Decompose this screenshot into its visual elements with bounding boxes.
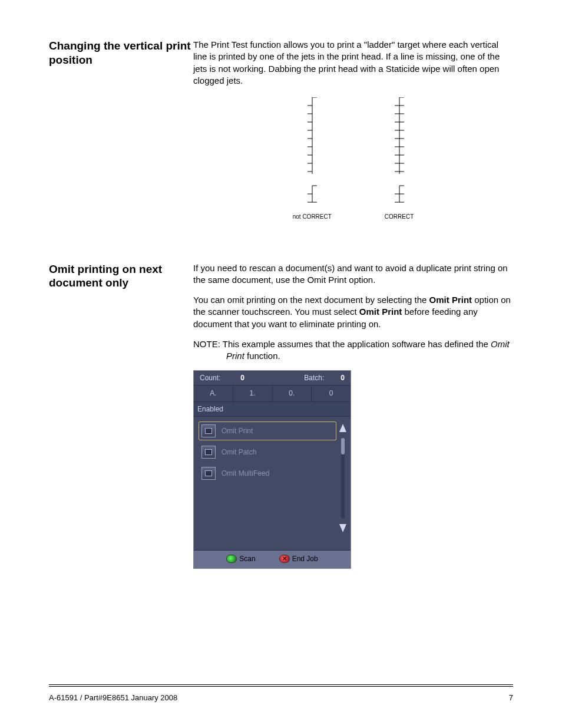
touchscreen-top-bar: Count: 0 Batch: 0 bbox=[194, 371, 351, 385]
scroll-track[interactable] bbox=[341, 438, 345, 518]
end-job-label: End Job bbox=[292, 554, 318, 564]
list-item-omit-patch[interactable]: Omit Patch bbox=[199, 443, 336, 462]
text: NOTE: This example assumes that the appl… bbox=[193, 339, 491, 349]
tab-0[interactable]: 0. bbox=[273, 386, 312, 401]
svg-marker-31 bbox=[339, 524, 346, 532]
scan-label: Scan bbox=[239, 554, 255, 564]
enabled-label: Enabled bbox=[194, 402, 351, 417]
scan-button[interactable]: Scan bbox=[226, 554, 255, 564]
list-item-label: Omit Print bbox=[222, 426, 253, 436]
heading-col: Omit printing on next document only bbox=[49, 262, 193, 569]
ladder-not-correct-svg bbox=[300, 97, 324, 209]
checkbox-icon[interactable] bbox=[201, 446, 216, 459]
touchscreen-list: Omit Print Omit Patch Omit MultiFeed bbox=[194, 417, 351, 550]
ladder-correct-label: CORRECT bbox=[385, 213, 414, 221]
tab-a[interactable]: A. bbox=[194, 386, 233, 401]
count-value: 0 bbox=[240, 373, 244, 383]
list-item-label: Omit MultiFeed bbox=[222, 469, 269, 478]
ladder-correct: CORRECT bbox=[385, 97, 414, 221]
paragraph: If you need to rescan a document(s) and … bbox=[193, 262, 513, 286]
bold-text: Omit Print bbox=[359, 307, 402, 317]
scroll-up-button[interactable] bbox=[338, 421, 348, 434]
section-heading: Changing the vertical print position bbox=[49, 39, 193, 67]
scroll-down-button[interactable] bbox=[338, 522, 348, 535]
paragraph: The Print Test function allows you to pr… bbox=[193, 39, 513, 87]
body-col: If you need to rescan a document(s) and … bbox=[193, 262, 513, 569]
footer-left: A-61591 / Part#9E8651 January 2008 bbox=[49, 693, 177, 702]
page-number: 7 bbox=[509, 693, 513, 702]
footer-rule bbox=[49, 684, 513, 687]
body-col: The Print Test function allows you to pr… bbox=[193, 39, 513, 245]
section-omit-printing: Omit printing on next document only If y… bbox=[49, 262, 513, 569]
scroll-thumb[interactable] bbox=[341, 438, 345, 454]
batch-label: Batch: bbox=[304, 373, 324, 383]
chevron-down-icon bbox=[338, 523, 348, 533]
ladder-correct-svg bbox=[388, 97, 411, 209]
checkbox-icon[interactable] bbox=[201, 467, 216, 480]
end-job-button[interactable]: ✕ End Job bbox=[279, 554, 318, 564]
red-x-icon: ✕ bbox=[279, 555, 290, 563]
svg-marker-30 bbox=[339, 424, 346, 432]
bold-text: Omit Print bbox=[429, 295, 472, 305]
touchscreen-tabs: A. 1. 0. 0 bbox=[194, 385, 351, 401]
section-changing-vertical: Changing the vertical print position The… bbox=[49, 39, 513, 245]
chevron-up-icon bbox=[338, 423, 348, 433]
list-item-omit-print[interactable]: Omit Print bbox=[199, 421, 336, 440]
green-dot-icon bbox=[226, 555, 237, 563]
batch-value: 0 bbox=[340, 373, 345, 383]
ladder-diagram: not CORRECT bbox=[193, 97, 513, 221]
heading-col: Changing the vertical print position bbox=[49, 39, 193, 245]
ladder-not-correct: not CORRECT bbox=[293, 97, 332, 221]
touchscreen-bottom-bar: Scan ✕ End Job bbox=[194, 550, 351, 568]
ladder-not-correct-label: not CORRECT bbox=[293, 213, 332, 221]
note: NOTE: This example assumes that the appl… bbox=[193, 338, 513, 363]
paragraph: You can omit printing on the next docume… bbox=[193, 294, 513, 330]
section-heading: Omit printing on next document only bbox=[49, 262, 193, 291]
page-footer: A-61591 / Part#9E8651 January 2008 7 bbox=[49, 693, 513, 702]
list-item-omit-multifeed[interactable]: Omit MultiFeed bbox=[199, 464, 336, 483]
text: You can omit printing on the next docume… bbox=[193, 295, 429, 305]
touchscreen-wrap: Count: 0 Batch: 0 A. 1. 0. 0 Enabled Om bbox=[193, 370, 513, 569]
list-item-label: Omit Patch bbox=[222, 447, 256, 457]
text: function. bbox=[244, 351, 280, 361]
touchscreen: Count: 0 Batch: 0 A. 1. 0. 0 Enabled Om bbox=[193, 370, 351, 569]
tab-1[interactable]: 1. bbox=[233, 386, 273, 401]
tab-0b[interactable]: 0 bbox=[312, 386, 351, 401]
count-label: Count: bbox=[200, 373, 220, 383]
checkbox-icon[interactable] bbox=[201, 424, 216, 437]
